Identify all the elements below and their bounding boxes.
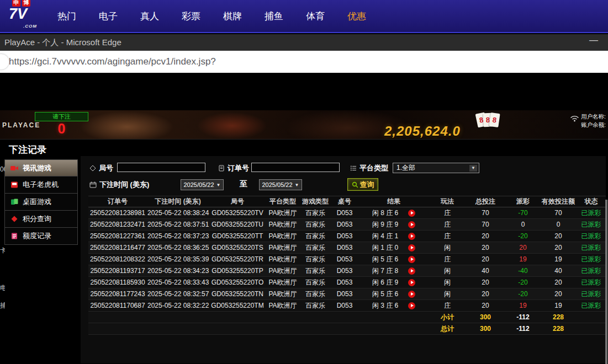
round-input[interactable] (117, 163, 205, 172)
nav-item[interactable]: 优惠 (347, 10, 366, 23)
cell: 20 (465, 242, 506, 254)
replay-button[interactable] (408, 210, 415, 217)
cell: 228 (540, 312, 577, 323)
logo-text: 7V .COM (9, 7, 50, 34)
game-strip: PLAYACE 请下注 0 2,205,624.0 888 用户名称:账户余额: (0, 110, 608, 139)
site-logo[interactable]: 申 博 7V .COM (9, 0, 50, 34)
cell: GD053255220TO (209, 277, 266, 288)
replay-button[interactable] (408, 291, 415, 298)
column-header: 玩法 (430, 196, 465, 207)
summary-row: 小计300-112228 (88, 312, 606, 323)
cell: 250522081170687 (88, 300, 147, 312)
window-titlebar: PlayAce - 个人 - Microsoft Edge — (0, 34, 608, 51)
replay-button[interactable] (408, 267, 415, 275)
cell: 闲 (430, 288, 465, 300)
address-bar[interactable]: https://gci.7vvvvvv.com/agingame/pcv1/in… (0, 51, 608, 73)
url-text[interactable]: https://gci.7vvvvvv.com/agingame/pcv1/in… (9, 56, 216, 67)
cell: 20 (465, 254, 506, 265)
replay-button[interactable] (408, 244, 415, 251)
cell: -20 (506, 231, 540, 242)
result-cell: 闲 5 庄 6 (358, 288, 430, 300)
records-header-row: 订单号下注时间 (美东)局号平台类型游戏类型桌号结果玩法总投注派彩有效投注额状态 (88, 196, 606, 207)
platform-filter-label: 平台类型 (350, 163, 388, 173)
nav-item[interactable]: 热门 (57, 10, 76, 23)
summary-row: 总计300-112228 (88, 323, 606, 335)
date-from-select[interactable]: 2025/05/22▼ (181, 179, 224, 190)
result-cell: 闲 1 庄 0 (358, 242, 430, 254)
cell: 40 (465, 265, 506, 277)
cell: PA欧洲厅 (266, 300, 299, 312)
cell (147, 312, 209, 323)
table-games-icon (10, 199, 18, 205)
replay-button[interactable] (408, 302, 415, 309)
table-row: 2505220811772432025-05-22 08:32:57GD0532… (88, 288, 606, 300)
replay-button[interactable] (408, 279, 415, 286)
sidebar-item-label: 电子老虎机 (23, 180, 59, 190)
minimize-button[interactable]: — (589, 35, 598, 45)
cell: D053 (331, 265, 358, 277)
cell: 庄 (430, 219, 465, 231)
sidebar-item-video-games[interactable]: 视讯游戏 (4, 159, 78, 176)
date-to-select[interactable]: 2025/05/22▼ (259, 179, 302, 190)
replay-button[interactable] (408, 233, 415, 240)
cell: 300 (465, 312, 506, 323)
table-row: 2505220811937172025-05-22 08:34:23GD0532… (88, 265, 606, 277)
sidebar-item-label: 视讯游戏 (23, 163, 51, 173)
nav-item[interactable]: 真人 (140, 10, 159, 23)
cell: 已派彩 (577, 231, 606, 242)
nav-item[interactable]: 彩票 (182, 10, 200, 23)
playing-card: 8 (489, 113, 500, 127)
cell: 庄 (430, 254, 465, 265)
result-cell: 闲 7 庄 8 (358, 265, 430, 277)
nav-item[interactable]: 体育 (306, 10, 325, 23)
user-info-line: 账户余额: (581, 121, 606, 129)
replay-button[interactable] (408, 256, 415, 263)
cell: PA欧洲厅 (266, 242, 299, 254)
cell (88, 323, 147, 335)
cell (209, 312, 266, 323)
sidebar-item-slots[interactable]: 电子老虎机 (4, 176, 78, 194)
cell: 百家乐 (299, 242, 331, 254)
table-row: 2505220812324712025-05-22 08:37:51GD0532… (88, 219, 606, 231)
result-cell: 闲 8 庄 6 (358, 207, 430, 219)
cell (331, 312, 358, 323)
cell: 小计 (430, 312, 465, 323)
slot-machine-icon (10, 181, 18, 188)
cell: 2025-05-22 08:33:43 (147, 277, 209, 288)
cell (577, 312, 606, 323)
scrollbar[interactable] (605, 200, 607, 364)
cell: 2025-05-22 08:35:39 (147, 254, 209, 265)
nav-item[interactable]: 棋牌 (223, 10, 242, 23)
sidebar-item-table-games[interactable]: 桌面游戏 (4, 194, 78, 211)
result-text: 闲 5 庄 6 (372, 255, 398, 264)
result-cell: 闲 5 庄 6 (358, 254, 430, 265)
cell: 庄 (430, 207, 465, 219)
platform-select-value: 1.全部 (396, 163, 415, 173)
result-cell: 闲 3 庄 6 (358, 300, 430, 312)
cell: -112 (506, 312, 540, 323)
browser-button-circle[interactable] (0, 53, 9, 70)
cell: 庄 (430, 231, 465, 242)
cell (299, 312, 331, 323)
nav-item[interactable]: 捕鱼 (265, 10, 283, 23)
sidebar-item-points-query[interactable]: 积分查询 (4, 211, 78, 228)
cell: GD053255220TR (209, 254, 266, 265)
sidebar-item-credit-records[interactable]: 额度记录 (4, 228, 78, 245)
cell: 70 (465, 219, 506, 231)
cell: 250522081232471 (88, 219, 147, 231)
platform-select[interactable]: 1.全部 ▼ (393, 163, 479, 173)
cell: GD053255220TP (209, 265, 266, 277)
cell: 已派彩 (577, 265, 606, 277)
bet-prompt-box: 请下注 (35, 112, 88, 121)
search-button[interactable]: 查询 (347, 178, 378, 191)
replay-button[interactable] (408, 221, 415, 228)
table-row: 2505220811706872025-05-22 08:32:22GD0532… (88, 300, 606, 312)
cell (209, 323, 266, 335)
nav-item[interactable]: 电子 (99, 10, 118, 23)
cell: D053 (331, 288, 358, 300)
order-input[interactable] (251, 163, 340, 172)
cell: 闲 (430, 277, 465, 288)
cell: 2025-05-22 08:32:22 (147, 300, 209, 312)
records-table: 订单号下注时间 (美东)局号平台类型游戏类型桌号结果玩法总投注派彩有效投注额状态… (88, 196, 606, 335)
result-text: 闲 6 庄 9 (372, 278, 398, 287)
